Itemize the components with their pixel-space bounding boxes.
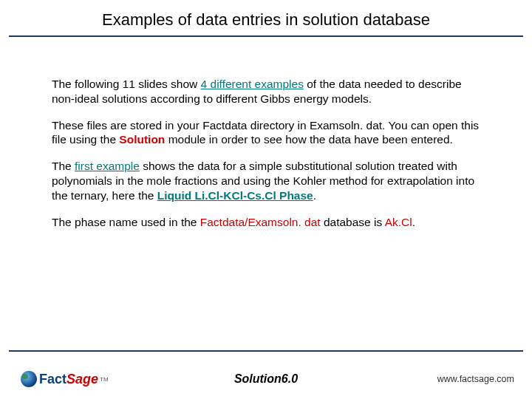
p4-text-c: . — [412, 216, 415, 228]
logo-sage: Sage — [66, 372, 98, 387]
footer-rule — [9, 350, 523, 352]
slide-title: Examples of data entries in solution dat… — [0, 0, 532, 35]
p2-highlight: Solution — [119, 133, 165, 146]
paragraph-3: The first example shows the data for a s… — [52, 159, 480, 202]
p3-text-c: . — [313, 189, 316, 202]
globe-icon — [21, 371, 37, 387]
footer-url: www.factsage.com — [437, 374, 514, 384]
paragraph-1: The following 11 slides show 4 different… — [52, 77, 480, 106]
logo-fact: Fact — [39, 372, 66, 387]
p4-text-a: The phase name used in the — [52, 216, 200, 228]
p3-text-a: The — [52, 160, 75, 172]
p1-text-a: The following 11 slides show — [52, 78, 201, 90]
footer: FactSageTM Solution6.0 www.factsage.com — [0, 359, 532, 399]
logo-tm: TM — [100, 376, 109, 383]
paragraph-4: The phase name used in the Factdata/Exam… — [52, 215, 480, 230]
p4-highlight-phase-name: Ak.Cl — [385, 216, 412, 228]
slide-body: The following 11 slides show 4 different… — [0, 37, 532, 230]
p3-highlight-phase: Liquid Li.Cl-KCl-Cs.Cl Phase — [157, 189, 313, 202]
p2-text-b: module in order to see how the data have… — [165, 133, 453, 146]
p3-highlight-first-example: first example — [75, 160, 140, 172]
p4-highlight-db: Factdata/Examsoln. dat — [200, 216, 321, 228]
p4-text-b: database is — [321, 216, 385, 228]
paragraph-2: These files are stored in your Factdata … — [52, 118, 480, 148]
factsage-logo: FactSageTM — [21, 371, 109, 387]
p1-highlight: 4 different examples — [201, 78, 304, 90]
